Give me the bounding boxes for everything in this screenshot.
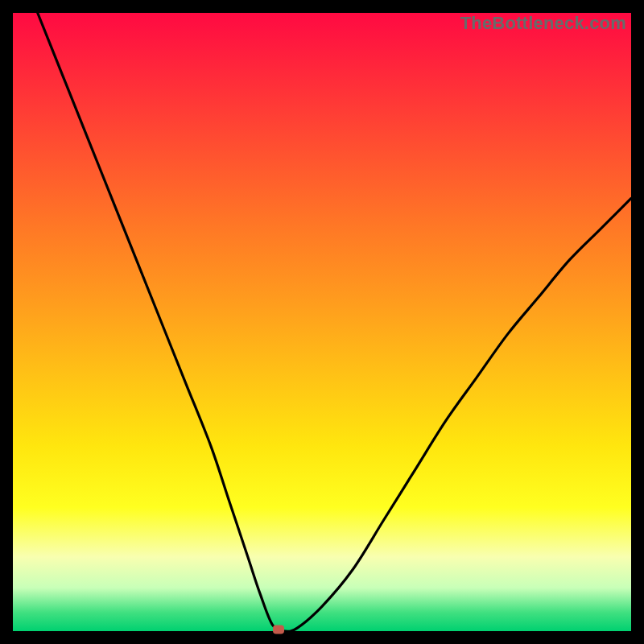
chart-frame: TheBottleneck.com	[0, 0, 644, 644]
minimum-marker	[273, 625, 284, 634]
plot-area: TheBottleneck.com	[13, 13, 631, 631]
bottleneck-curve	[13, 13, 631, 631]
